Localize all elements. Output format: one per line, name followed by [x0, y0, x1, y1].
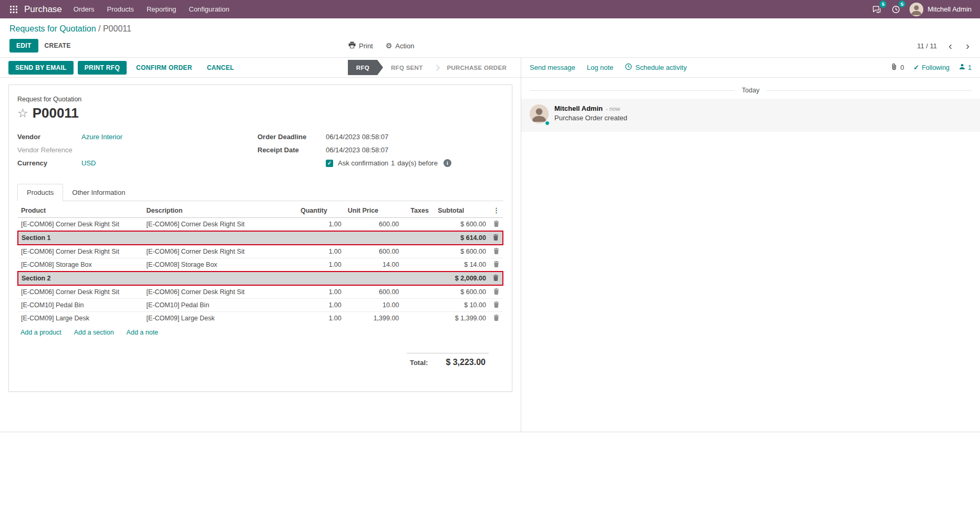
form-pane: SEND BY EMAIL PRINT RFQ CONFIRM ORDER CA…: [0, 58, 521, 432]
chatter-topbar: Send message Log note Schedule activity: [521, 58, 980, 78]
user-menu[interactable]: Mitchell Admin: [910, 3, 972, 16]
order-line-row[interactable]: [E-COM09] Large Desk [E-COM09] Large Des…: [18, 312, 503, 325]
send-by-email-button[interactable]: SEND BY EMAIL: [8, 61, 74, 75]
ask-confirmation-label: Ask confirmation: [338, 159, 388, 167]
pager: 11 / 11 ‹ ›: [917, 41, 971, 50]
log-note-button[interactable]: Log note: [587, 61, 614, 74]
delete-row-icon[interactable]: [493, 288, 500, 295]
status-pipeline: RFQ RFQ SENT PURCHASE ORDER: [348, 60, 514, 75]
menu-orders[interactable]: Orders: [67, 1, 101, 18]
order-lines-table: Product Description Quantity Unit Price …: [17, 202, 503, 325]
content-area: SEND BY EMAIL PRINT RFQ CONFIRM ORDER CA…: [0, 57, 980, 432]
receipt-date-value[interactable]: 06/14/2023 08:58:07: [326, 146, 388, 154]
optional-columns-icon[interactable]: ⋮: [492, 206, 500, 214]
ask-confirmation-suffix: day(s) before: [397, 159, 438, 167]
table-header-row: Product Description Quantity Unit Price …: [18, 202, 503, 218]
followers-count: 1: [968, 64, 972, 71]
form-sheet: Request for Quotation ☆ P00011 Vendor Az…: [8, 85, 512, 392]
pager-next-icon[interactable]: ›: [965, 41, 971, 50]
cancel-button[interactable]: CANCEL: [202, 61, 240, 75]
add-a-product-link[interactable]: Add a product: [20, 329, 61, 336]
status-step-rfq-sent[interactable]: RFQ SENT: [383, 60, 431, 75]
status-step-purchase-order[interactable]: PURCHASE ORDER: [431, 60, 514, 75]
messages-badge: 5: [880, 1, 886, 8]
tab-other-information[interactable]: Other Information: [63, 184, 134, 201]
action-label: Action: [395, 42, 414, 50]
section-row[interactable]: Section 1 $ 614.00: [18, 231, 503, 245]
receipt-date-label: Receipt Date: [257, 146, 326, 154]
vendor-reference-label: Vendor Reference: [17, 146, 81, 154]
print-button[interactable]: Print: [348, 41, 373, 50]
delete-row-icon[interactable]: [492, 234, 499, 241]
printer-icon: [348, 41, 356, 50]
followers-button[interactable]: 1: [959, 64, 972, 71]
following-label: Following: [922, 64, 950, 71]
online-status-dot: [545, 121, 550, 126]
pager-previous-icon[interactable]: ‹: [947, 41, 953, 50]
tab-products[interactable]: Products: [17, 184, 63, 201]
favorite-star-icon[interactable]: ☆: [17, 107, 28, 119]
delete-row-icon[interactable]: [493, 301, 500, 308]
total-label: Total:: [410, 359, 428, 367]
vendor-value[interactable]: Azure Interior: [81, 133, 122, 141]
paperclip-icon: [891, 63, 898, 72]
clock-icon: [625, 63, 632, 72]
order-line-row[interactable]: [E-COM06] Corner Desk Right Sit [E-COM06…: [18, 218, 503, 232]
column-description[interactable]: Description: [143, 202, 297, 218]
order-line-row[interactable]: [E-COM08] Storage Box [E-COM08] Storage …: [18, 258, 503, 272]
order-deadline-value[interactable]: 06/14/2023 08:58:07: [326, 133, 388, 141]
ask-confirmation-checkbox[interactable]: [326, 160, 333, 167]
message-author[interactable]: Mitchell Admin: [554, 105, 603, 112]
create-button[interactable]: CREATE: [38, 39, 77, 53]
messages-icon[interactable]: 5: [871, 4, 882, 14]
section-row[interactable]: Section 2 $ 2,009.00: [18, 272, 503, 285]
column-unit-price[interactable]: Unit Price: [345, 202, 403, 218]
activities-icon[interactable]: 5: [891, 4, 901, 15]
add-a-section-link[interactable]: Add a section: [74, 329, 114, 336]
schedule-activity-button[interactable]: Schedule activity: [625, 61, 687, 74]
apps-menu-icon[interactable]: [5, 6, 22, 13]
user-name: Mitchell Admin: [927, 5, 972, 13]
attachments-button[interactable]: 0: [891, 63, 904, 72]
info-icon: i: [443, 159, 451, 167]
line-add-links: Add a product Add a section Add a note: [17, 325, 503, 337]
field-group: Vendor Azure Interior Vendor Reference C…: [17, 133, 503, 172]
delete-row-icon[interactable]: [493, 220, 500, 227]
message-body: Purchase Order created: [554, 114, 627, 122]
edit-button[interactable]: EDIT: [9, 39, 38, 53]
order-line-row[interactable]: [E-COM06] Corner Desk Right Sit [E-COM06…: [18, 285, 503, 299]
following-button[interactable]: ✓ Following: [913, 64, 950, 71]
send-message-button[interactable]: Send message: [530, 61, 575, 74]
gear-icon: ⚙: [386, 42, 393, 49]
confirm-order-button[interactable]: CONFIRM ORDER: [131, 61, 198, 75]
activities-badge: 5: [899, 1, 905, 8]
column-quantity[interactable]: Quantity: [297, 202, 345, 218]
column-subtotal[interactable]: Subtotal: [435, 202, 489, 218]
document-name: P00011: [33, 105, 79, 121]
breadcrumb: Requests for Quotation / P00011: [9, 24, 971, 34]
notebook-tabs: Products Other Information: [17, 184, 503, 201]
action-button[interactable]: ⚙ Action: [386, 42, 415, 50]
app-name[interactable]: Purchase: [24, 4, 62, 15]
add-a-note-link[interactable]: Add a note: [127, 329, 158, 336]
menu-configuration[interactable]: Configuration: [182, 1, 235, 18]
status-step-rfq[interactable]: RFQ: [348, 60, 383, 75]
order-line-row[interactable]: [E-COM10] Pedal Bin [E-COM10] Pedal Bin …: [18, 299, 503, 312]
order-line-row[interactable]: [E-COM06] Corner Desk Right Sit [E-COM06…: [18, 245, 503, 258]
menu-reporting[interactable]: Reporting: [140, 1, 182, 18]
ask-confirmation-days[interactable]: 1: [391, 159, 395, 167]
column-taxes[interactable]: Taxes: [402, 202, 435, 218]
user-avatar: [910, 3, 923, 16]
menu-products[interactable]: Products: [101, 1, 140, 18]
delete-row-icon[interactable]: [492, 274, 499, 281]
breadcrumb-parent[interactable]: Requests for Quotation: [9, 24, 96, 33]
print-rfq-button[interactable]: PRINT RFQ: [78, 61, 127, 75]
delete-row-icon[interactable]: [493, 247, 500, 255]
column-product[interactable]: Product: [18, 202, 143, 218]
currency-value[interactable]: USD: [81, 159, 96, 167]
delete-row-icon[interactable]: [493, 260, 500, 268]
order-total: Total: $ 3,223.00: [407, 353, 489, 367]
person-icon: [959, 64, 965, 71]
main-menu: Orders Products Reporting Configuration: [67, 1, 236, 18]
delete-row-icon[interactable]: [493, 314, 500, 321]
